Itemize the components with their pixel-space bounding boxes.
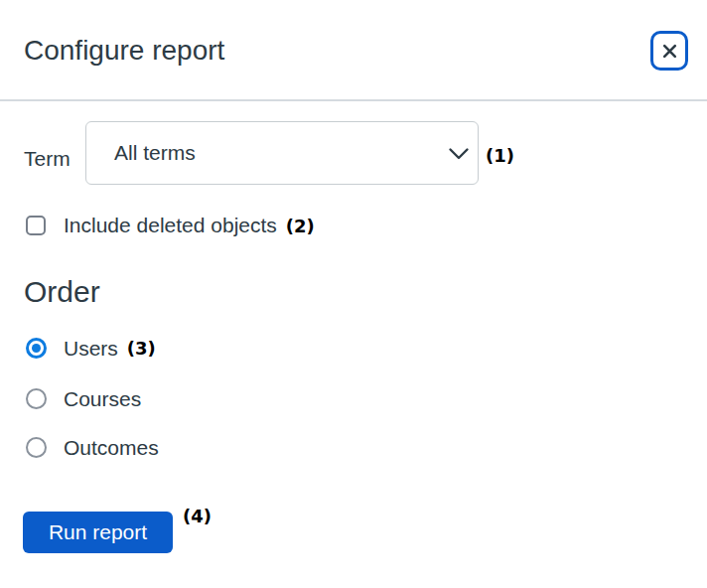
configure-report-dialog: Configure report Term All terms (1) Incl… <box>0 0 707 588</box>
radio-option-courses[interactable]: Courses <box>26 385 150 412</box>
include-deleted-label: Include deleted objects <box>64 212 277 239</box>
radio-label-users: Users <box>64 335 118 362</box>
order-heading: Order <box>24 273 100 310</box>
term-label: Term <box>24 146 71 172</box>
close-icon <box>661 43 678 60</box>
radio-icon <box>26 338 47 359</box>
annotation-4: (4) <box>183 506 212 527</box>
radio-label-courses: Courses <box>64 385 141 412</box>
term-select[interactable]: All terms <box>85 121 479 185</box>
radio-option-users[interactable]: Users (3) <box>26 335 156 362</box>
close-button[interactable] <box>650 31 688 71</box>
annotation-1: (1) <box>486 145 514 167</box>
header-divider <box>0 99 707 101</box>
radio-label-outcomes: Outcomes <box>64 434 159 461</box>
radio-icon <box>26 388 47 409</box>
radio-icon <box>26 437 47 458</box>
chevron-down-icon <box>448 147 470 165</box>
annotation-3: (3) <box>127 338 156 359</box>
dialog-title: Configure report <box>24 34 224 68</box>
radio-option-outcomes[interactable]: Outcomes <box>26 434 168 461</box>
annotation-2: (2) <box>286 216 315 236</box>
include-deleted-checkbox[interactable]: Include deleted objects (2) <box>26 212 315 239</box>
checkbox-icon <box>26 216 46 235</box>
term-select-value: All terms <box>114 140 196 166</box>
run-report-button[interactable]: Run report <box>23 512 173 553</box>
